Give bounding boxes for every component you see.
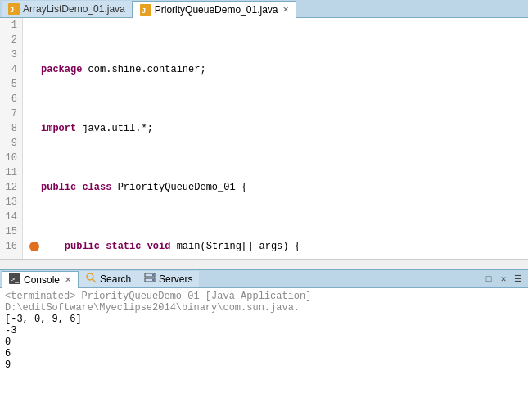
svg-text:>_: >_: [11, 275, 20, 283]
svg-text:J: J: [10, 6, 14, 14]
tab-arraylist[interactable]: J ArrayListDemo_01.java: [2, 1, 133, 17]
editor-area: 1 2 3 4 5 6 7 8 9 10 11 12 13 14 15 16 p…: [0, 18, 528, 269]
menu-button[interactable]: ☰: [512, 273, 525, 286]
java-file-icon: J: [8, 3, 20, 15]
tab-search-label: Search: [100, 273, 131, 285]
tab-console[interactable]: >_ Console ✕: [2, 271, 79, 288]
search-icon: [85, 272, 97, 286]
console-output-line-4: 6: [5, 348, 523, 359]
minimize-button[interactable]: □: [482, 273, 495, 286]
console-output-line-3: 0: [5, 336, 523, 348]
editor-tab-bar: J ArrayListDemo_01.java J PriorityQueueD…: [0, 0, 528, 18]
svg-line-7: [93, 279, 96, 282]
tab-priorityqueue-label: PriorityQueueDemo_01.java: [155, 4, 278, 16]
console-icon: >_: [9, 273, 20, 287]
java-file-icon-active: J: [140, 4, 151, 16]
console-output-line-5: 9: [5, 359, 523, 371]
line-numbers: 1 2 3 4 5 6 7 8 9 10 11 12 13 14 15 16: [0, 18, 23, 259]
tab-console-close[interactable]: ✕: [65, 275, 71, 284]
tab-servers-label: Servers: [159, 273, 192, 285]
bottom-panel-actions: □ ✕ ☰: [482, 273, 528, 286]
servers-icon: [144, 272, 156, 286]
console-body: <terminated> PriorityQueueDemo_01 [Java …: [0, 288, 528, 420]
code-container: 1 2 3 4 5 6 7 8 9 10 11 12 13 14 15 16 p…: [0, 18, 528, 259]
gutter-4: [28, 242, 41, 251]
svg-point-10: [152, 274, 154, 276]
code-editor[interactable]: package com.shine.container; import java…: [23, 18, 528, 259]
code-line-4: public static void main(String[] args) {: [28, 239, 528, 254]
code-line-1: package com.shine.container;: [28, 62, 528, 77]
code-line-3: public class PriorityQueueDemo_01 {: [28, 180, 528, 195]
horizontal-scrollbar[interactable]: [0, 259, 528, 269]
svg-point-11: [152, 279, 154, 281]
console-output-line-1: [-3, 0, 9, 6]: [5, 314, 523, 325]
console-output-line-2: -3: [5, 325, 523, 336]
svg-point-6: [87, 273, 93, 280]
code-line-2: import java.util.*;: [28, 121, 528, 136]
tab-close-icon[interactable]: ✕: [282, 5, 289, 14]
tab-servers[interactable]: Servers: [138, 271, 199, 287]
bottom-tab-bar: >_ Console ✕ Search Servers □ ✕ ☰: [0, 270, 528, 288]
close-panel-button[interactable]: ✕: [497, 273, 510, 286]
tab-arraylist-label: ArrayListDemo_01.java: [23, 3, 125, 15]
console-terminated-line: <terminated> PriorityQueueDemo_01 [Java …: [5, 291, 523, 314]
breakpoint-4: [29, 242, 39, 251]
tab-console-label: Console: [24, 274, 60, 286]
tab-search[interactable]: Search: [79, 271, 138, 287]
tab-priorityqueue[interactable]: J PriorityQueueDemo_01.java ✕: [133, 1, 297, 18]
bottom-panel: >_ Console ✕ Search Servers □ ✕ ☰ <termi…: [0, 269, 528, 420]
svg-text:J: J: [142, 7, 146, 15]
